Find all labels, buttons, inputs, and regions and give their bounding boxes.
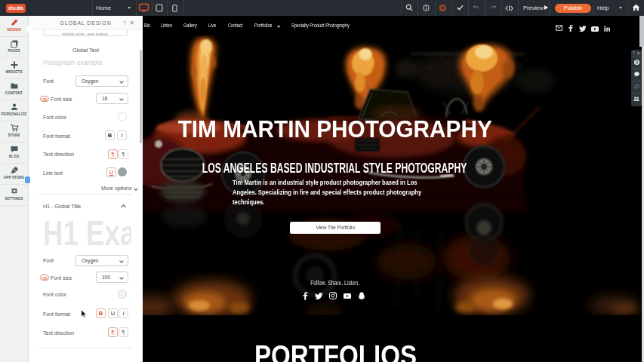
- svg-text:Q: Q: [635, 60, 638, 64]
